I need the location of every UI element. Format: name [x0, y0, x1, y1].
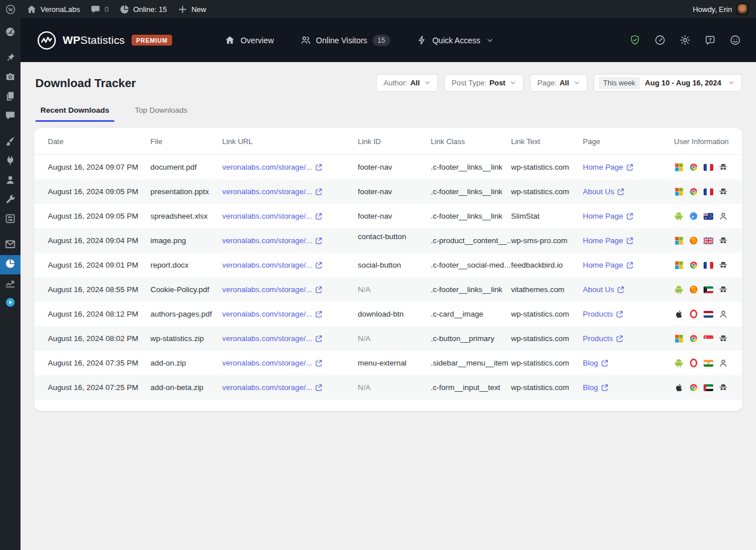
tab-top-downloads[interactable]: Top Downloads: [130, 100, 193, 122]
sidebar-item-comments[interactable]: [0, 107, 21, 126]
shield-check-icon[interactable]: [629, 34, 641, 46]
tab-recent-downloads[interactable]: Recent Downloads: [35, 100, 115, 122]
page-link[interactable]: Products: [583, 334, 674, 343]
filter-author[interactable]: Author:All: [376, 74, 438, 92]
safari-browser-icon: [689, 211, 698, 221]
page-link-text: Products: [583, 334, 613, 343]
new-content-menu[interactable]: New: [172, 0, 211, 18]
online-visitors-link[interactable]: Online: 15: [114, 0, 172, 18]
sidebar-item-posts-pin[interactable]: [0, 49, 21, 68]
link-url-text: veronalabs.com/storage/...: [222, 334, 312, 343]
link-url[interactable]: veronalabs.com/storage/...: [222, 383, 358, 392]
chevron-down-icon: [510, 80, 516, 86]
link-url[interactable]: veronalabs.com/storage/...: [222, 310, 358, 318]
nav-overview[interactable]: Overview: [224, 35, 273, 46]
link-url[interactable]: veronalabs.com/storage/...: [222, 187, 358, 196]
page-link-text: Home Page: [583, 261, 623, 269]
gear-icon[interactable]: [679, 34, 691, 46]
cell-date: August 16, 2024 09:07 PM: [48, 163, 150, 171]
external-link-icon: [315, 237, 322, 244]
page-link[interactable]: Home Page: [583, 261, 674, 269]
page-link[interactable]: Home Page: [583, 212, 674, 220]
table-row: August 16, 2024 07:35 PMadd-on.zipverona…: [34, 351, 742, 375]
sidebar-item-settings[interactable]: [0, 210, 21, 229]
plus-icon: [177, 4, 188, 15]
page-link[interactable]: About Us: [583, 187, 674, 196]
comments-count: 0: [104, 5, 108, 14]
date-range-filter[interactable]: This weekAug 10 - Aug 16, 2024: [594, 74, 742, 92]
sidebar-item-tools[interactable]: [0, 191, 21, 210]
external-link-icon: [626, 163, 634, 171]
site-name-link[interactable]: VeronaLabs: [21, 0, 85, 18]
sidebar-item-wp-statistics[interactable]: [0, 255, 21, 274]
wp-statistics-logo[interactable]: WPStatistics PREMIUM: [36, 30, 172, 51]
filter-post-type[interactable]: Post Type:Post: [444, 74, 524, 92]
gauge-icon[interactable]: [654, 34, 666, 46]
link-url[interactable]: veronalabs.com/storage/...: [222, 359, 358, 367]
tabs: Recent DownloadsTop Downloads: [35, 100, 193, 122]
external-link-icon: [626, 212, 634, 220]
cell-link-class: .c-card__image: [431, 310, 511, 318]
svg-text:W: W: [8, 6, 13, 12]
sidebar-item-dashboard[interactable]: [0, 23, 21, 43]
table-row: August 16, 2024 09:07 PMdocument.pdfvero…: [34, 155, 742, 179]
link-url[interactable]: veronalabs.com/storage/...: [222, 285, 358, 294]
cell-user-information: [674, 285, 729, 294]
page-link[interactable]: Home Page: [583, 163, 674, 171]
comments-link[interactable]: 0: [85, 0, 113, 18]
home-icon: [224, 35, 235, 46]
windows-os-icon: [674, 187, 684, 196]
filter-page[interactable]: Page:All: [530, 74, 587, 92]
sidebar-item-analytics[interactable]: [0, 274, 21, 294]
cell-link-text: wp-statistics.com: [511, 187, 583, 196]
cell-link-class: .c-footer__links__link: [431, 187, 511, 196]
help-icon[interactable]: ?: [704, 34, 716, 46]
nav-quick-access[interactable]: Quick Access: [416, 35, 493, 46]
sidebar-item-mail[interactable]: [0, 236, 21, 255]
sidebar-item-plugins[interactable]: [0, 152, 21, 171]
apple-os-icon: [674, 309, 684, 319]
link-url[interactable]: veronalabs.com/storage/...: [222, 163, 358, 171]
filter-author-label: Author:: [383, 79, 407, 87]
cell-file: Cookie-Policy.pdf: [150, 285, 222, 294]
link-url[interactable]: veronalabs.com/storage/...: [222, 334, 358, 343]
link-url[interactable]: veronalabs.com/storage/...: [222, 261, 358, 269]
sidebar-item-appearance[interactable]: [0, 133, 21, 152]
cell-user-information: [674, 260, 729, 270]
cell-user-information: [674, 187, 729, 196]
link-url-text: veronalabs.com/storage/...: [222, 163, 312, 171]
flag-uae-icon: [704, 384, 713, 391]
comment-icon: [90, 4, 101, 15]
link-url[interactable]: veronalabs.com/storage/...: [222, 212, 358, 220]
page-link[interactable]: Blog: [583, 359, 674, 367]
mail-icon: [5, 239, 16, 252]
page-link-text: Home Page: [583, 163, 623, 171]
chrome-browser-icon: [689, 260, 698, 270]
my-account-menu[interactable]: Howdy, Erin: [685, 0, 756, 18]
brand-text: WPStatistics: [63, 34, 125, 47]
page-link[interactable]: Home Page: [583, 236, 674, 245]
link-url[interactable]: veronalabs.com/storage/...: [222, 236, 358, 245]
cell-link-id: footer-nav: [358, 212, 431, 220]
smiley-icon[interactable]: [729, 34, 741, 46]
page-link[interactable]: Products: [583, 310, 674, 318]
howdy-text: Howdy, Erin: [693, 5, 732, 14]
wordpress-logo-icon: W: [5, 4, 16, 15]
sidebar-item-media[interactable]: [0, 68, 21, 88]
page-link[interactable]: Blog: [583, 383, 674, 392]
cell-user-information: [674, 236, 729, 245]
external-link-icon: [315, 188, 322, 195]
comments-icon: [5, 110, 16, 124]
sidebar-item-video[interactable]: [0, 294, 21, 313]
page-link[interactable]: About Us: [583, 285, 674, 294]
chevron-down-icon: [487, 37, 493, 44]
chrome-browser-icon: [689, 187, 698, 196]
content-area: Download Tracker Author:AllPost Type:Pos…: [21, 62, 756, 550]
sidebar-item-pages[interactable]: [0, 88, 21, 107]
sidebar-item-users[interactable]: [0, 171, 21, 191]
nav-online-visitors[interactable]: Online Visitors15: [300, 35, 390, 46]
flag-france-icon: [704, 164, 713, 171]
cell-date: August 16, 2024 08:02 PM: [48, 334, 150, 343]
wp-logo-menu[interactable]: W: [0, 0, 21, 18]
cell-date: August 16, 2024 07:25 PM: [48, 383, 150, 392]
